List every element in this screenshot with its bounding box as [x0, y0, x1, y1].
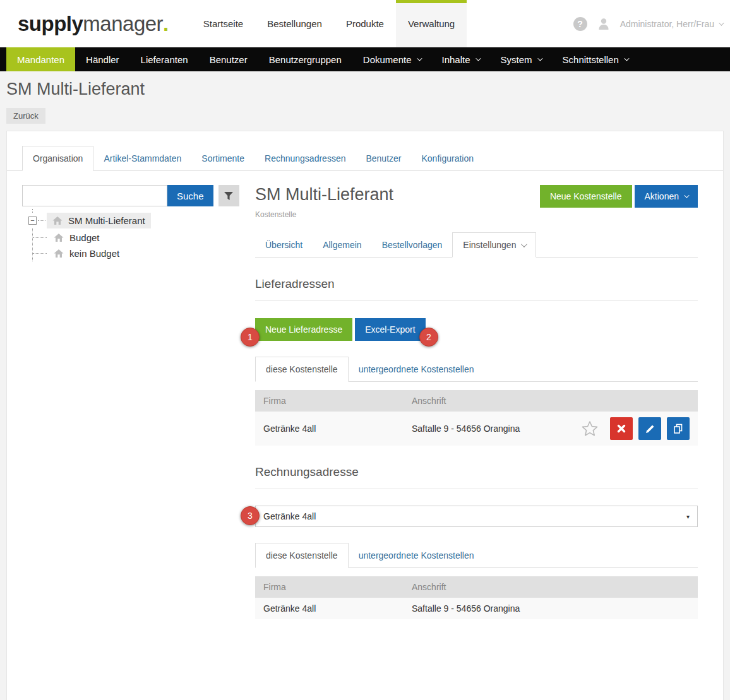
cell-anschrift: Saftalle 9 - 54656 Orangina — [404, 412, 571, 446]
tab-artikel-stammdaten[interactable]: Artikel-Stammdaten — [93, 146, 191, 171]
tree-connector — [38, 220, 45, 221]
chevron-down-icon — [624, 56, 629, 61]
chevron-down-icon — [476, 56, 481, 61]
cell-firma: Getränke 4all — [255, 598, 404, 619]
new-cost-center-button[interactable]: Neue Kostenstelle — [540, 185, 632, 208]
pencil-icon — [645, 424, 655, 434]
tab-sortimente[interactable]: Sortimente — [191, 146, 254, 171]
billing-address-table: Firma Anschrift Getränke 4all Saftalle 9… — [255, 576, 698, 619]
billing-scope-tabs: diese Kostenstelle untergeordnete Kosten… — [255, 543, 698, 568]
table-header-row: Firma Anschrift — [255, 576, 698, 598]
nav-dokumente[interactable]: Dokumente — [352, 47, 431, 71]
admin-nav: Mandanten Händler Lieferanten Benutzer B… — [0, 47, 730, 71]
annotation-badge-1: 1 — [241, 328, 260, 347]
cost-center-subtitle: Kostenstelle — [255, 210, 393, 219]
home-icon — [52, 216, 63, 225]
new-delivery-address-button[interactable]: Neue Lieferadresse — [255, 318, 352, 341]
chevron-down-icon — [417, 56, 422, 61]
app-logo: supplymanager. — [18, 0, 169, 47]
detail-tabs: Übersicht Allgemein Bestellvorlagen Eins… — [255, 232, 698, 258]
copy-button[interactable] — [667, 417, 690, 440]
tab-diese-kostenstelle[interactable]: diese Kostenstelle — [255, 357, 349, 382]
nav-lieferanten[interactable]: Lieferanten — [130, 47, 199, 71]
main-tabs: Organisation Artikel-Stammdaten Sortimen… — [7, 146, 723, 171]
org-sidebar: Suche − SM Multi-Lieferant — [7, 171, 249, 619]
col-header-firma: Firma — [255, 576, 404, 598]
help-icon[interactable]: ? — [573, 17, 587, 31]
chevron-down-icon — [537, 56, 542, 61]
tab-benutzer[interactable]: Benutzer — [356, 146, 411, 171]
tree-connector — [33, 237, 47, 238]
tab-einstellungen[interactable]: Einstellungen — [452, 232, 536, 258]
user-menu[interactable]: Administrator, Herr/Frau — [620, 19, 722, 29]
nav-mandanten[interactable]: Mandanten — [6, 47, 75, 71]
tab-allgemein[interactable]: Allgemein — [313, 232, 371, 258]
cell-firma: Getränke 4all — [255, 412, 404, 446]
delivery-scope-tabs: diese Kostenstelle untergeordnete Kosten… — [255, 357, 698, 382]
actions-button[interactable]: Aktionen — [635, 185, 698, 208]
filter-button[interactable] — [218, 185, 239, 206]
logo-dot: . — [163, 12, 169, 36]
table-row: Getränke 4all Saftalle 9 - 54656 Orangin… — [255, 412, 698, 446]
tab-untergeordnete-kostenstellen[interactable]: untergeordnete Kostenstellen — [349, 357, 484, 382]
topnav-startseite[interactable]: Startseite — [191, 0, 255, 47]
delivery-action-buttons: 1 Neue Lieferadresse Excel-Export 2 — [255, 318, 698, 341]
cost-center-detail: SM Multi-Lieferant Kostenstelle Neue Kos… — [255, 171, 698, 619]
header-right: ? Administrator, Herr/Frau — [573, 0, 722, 47]
nav-system[interactable]: System — [490, 47, 552, 71]
tree-node-kein-budget[interactable]: kein Budget — [48, 246, 125, 261]
search-input[interactable] — [22, 185, 167, 206]
search-button[interactable]: Suche — [167, 185, 213, 206]
home-icon — [54, 249, 64, 258]
table-header-row: Firma Anschrift — [255, 390, 698, 412]
tab-bestellvorlagen[interactable]: Bestellvorlagen — [372, 232, 453, 258]
tab-organisation[interactable]: Organisation — [22, 146, 93, 171]
table-row: Getränke 4all Saftalle 9 - 54656 Orangin… — [255, 598, 698, 619]
tab-uebersicht[interactable]: Übersicht — [255, 232, 313, 258]
annotation-badge-3: 3 — [241, 506, 260, 525]
delete-button[interactable] — [610, 417, 633, 440]
tab-rechnungsadressen[interactable]: Rechnungsadressen — [254, 146, 356, 171]
content-panel: Organisation Artikel-Stammdaten Sortimen… — [6, 131, 724, 700]
nav-haendler[interactable]: Händler — [75, 47, 130, 71]
back-button[interactable]: Zurück — [6, 108, 45, 124]
billing-address-heading: Rechnungsadresse — [255, 465, 698, 489]
cost-center-title: SM Multi-Lieferant — [255, 185, 393, 205]
nav-benutzer[interactable]: Benutzer — [199, 47, 258, 71]
topnav-bestellungen[interactable]: Bestellungen — [255, 0, 334, 47]
x-icon — [617, 424, 626, 433]
cell-anschrift: Saftalle 9 - 54656 Orangina — [404, 598, 698, 619]
tab-untergeordnete-kostenstellen[interactable]: untergeordnete Kostenstellen — [349, 543, 484, 568]
col-header-firma: Firma — [255, 390, 404, 412]
topnav-verwaltung[interactable]: Verwaltung — [396, 0, 467, 47]
nav-benutzergruppen[interactable]: Benutzergruppen — [258, 47, 352, 71]
logo-light: manager — [83, 12, 163, 36]
edit-button[interactable] — [638, 417, 661, 440]
chevron-down-icon — [719, 20, 724, 25]
select-arrow-icon: ▾ — [686, 513, 690, 520]
col-header-anschrift: Anschrift — [404, 390, 571, 412]
billing-select-row: 3 Getränke 4all ▾ — [255, 506, 698, 527]
tab-konfiguration[interactable]: Konfiguration — [412, 146, 484, 171]
tab-diese-kostenstelle[interactable]: diese Kostenstelle — [255, 543, 349, 568]
annotation-badge-2: 2 — [419, 328, 438, 347]
copy-icon — [673, 424, 683, 434]
org-tree: − SM Multi-Lieferant Budget — [22, 213, 249, 261]
tree-expander-icon[interactable]: − — [28, 217, 37, 225]
col-header-anschrift: Anschrift — [404, 576, 698, 598]
nav-schnittstellen[interactable]: Schnittstellen — [552, 47, 638, 71]
chevron-down-icon — [684, 193, 689, 198]
top-nav: Startseite Bestellungen Produkte Verwalt… — [191, 0, 467, 47]
page-title: SM Multi-Lieferant — [6, 71, 724, 108]
billing-address-select[interactable]: Getränke 4all ▾ — [255, 506, 698, 527]
user-icon — [596, 16, 611, 32]
nav-inhalte[interactable]: Inhalte — [431, 47, 490, 71]
chevron-down-icon — [521, 241, 527, 247]
tree-node-budget[interactable]: Budget — [48, 230, 105, 246]
delivery-addresses-heading: Lieferadressen — [255, 277, 698, 301]
tree-node-root[interactable]: SM Multi-Lieferant — [47, 213, 151, 228]
excel-export-button[interactable]: Excel-Export — [355, 318, 425, 341]
favorite-star-button[interactable] — [581, 420, 599, 437]
topnav-produkte[interactable]: Produkte — [334, 0, 396, 47]
star-icon — [581, 420, 599, 437]
